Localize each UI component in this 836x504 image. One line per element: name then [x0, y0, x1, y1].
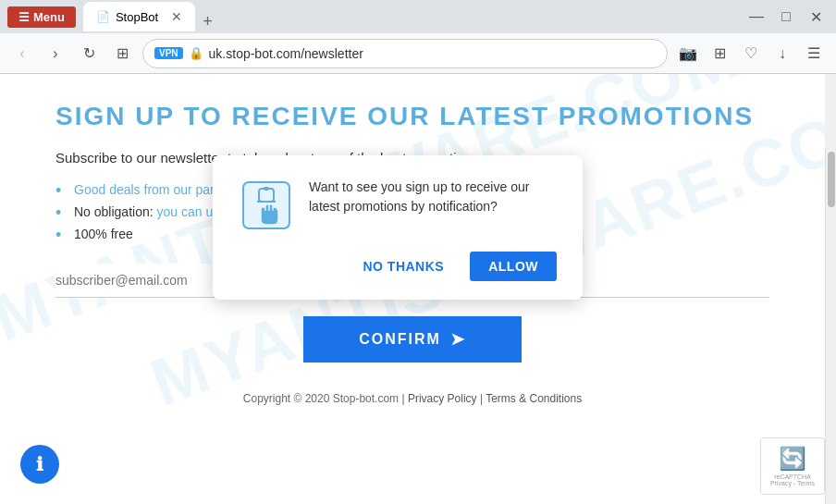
terms-link[interactable]: Terms & Conditions: [486, 392, 582, 405]
recaptcha-icon: 🔄: [768, 446, 817, 472]
menu-button[interactable]: ☰ Menu: [7, 6, 76, 28]
forward-button[interactable]: ›: [43, 41, 68, 67]
settings-button[interactable]: ☰: [801, 41, 827, 67]
footer: Copyright © 2020 Stop-bot.com | Privacy …: [0, 381, 825, 416]
menu-label: Menu: [33, 10, 65, 24]
close-window-button[interactable]: ✕: [803, 4, 829, 30]
svg-rect-2: [264, 187, 269, 191]
new-tab-icon: +: [203, 12, 213, 31]
favorites-button[interactable]: ♡: [738, 41, 764, 67]
popup-icon: [239, 178, 294, 233]
downloads-button[interactable]: ↓: [769, 41, 795, 67]
info-button[interactable]: ℹ: [20, 445, 59, 484]
tab-title: StopBot: [116, 10, 158, 24]
footer-copyright: Copyright © 2020 Stop-bot.com: [243, 392, 399, 405]
minimize-button[interactable]: —: [744, 4, 769, 30]
home-button[interactable]: ⊞: [109, 41, 135, 67]
lock-icon: 🔒: [189, 46, 203, 60]
recaptcha-badge: 🔄 reCAPTCHAPrivacy - Terms: [760, 437, 825, 495]
reload-button[interactable]: ↻: [76, 41, 102, 67]
allow-button[interactable]: ALLOW: [470, 252, 557, 281]
browser-tab[interactable]: 📄 StopBot ✕: [83, 2, 195, 31]
vpn-badge: VPN: [154, 47, 183, 59]
no-thanks-button[interactable]: NO THANKS: [351, 252, 455, 281]
recaptcha-text: reCAPTCHAPrivacy - Terms: [768, 473, 817, 486]
scrollbar[interactable]: [825, 148, 836, 504]
popup-text: Want to see you sign up to receive our l…: [309, 178, 557, 216]
address-bar[interactable]: VPN 🔒 uk.stop-bot.com/newsletter: [142, 39, 668, 68]
info-icon: ℹ: [36, 453, 43, 475]
confirm-icon: ➤: [450, 329, 466, 350]
maximize-button[interactable]: □: [773, 4, 799, 30]
scrollbar-thumb: [828, 152, 835, 207]
back-button[interactable]: ‹: [9, 41, 35, 67]
confirm-label: CONFIRM: [359, 331, 441, 348]
privacy-policy-link[interactable]: Privacy Policy: [408, 392, 477, 405]
tab-favicon: 📄: [96, 10, 110, 23]
camera-button[interactable]: 📷: [675, 41, 701, 67]
new-tab-button[interactable]: +: [195, 12, 220, 31]
confirm-button[interactable]: CONFIRM ➤: [303, 316, 522, 363]
url-text: uk.stop-bot.com/newsletter: [209, 46, 363, 61]
tab-close-button[interactable]: ✕: [171, 9, 182, 24]
page-headline: SIGN UP TO RECEIVE OUR LATEST PROMOTIONS: [55, 102, 769, 131]
extensions-button[interactable]: ⊞: [707, 41, 732, 67]
menu-icon: ☰: [18, 10, 30, 24]
notification-popup: Want to see you sign up to receive our l…: [213, 155, 583, 300]
